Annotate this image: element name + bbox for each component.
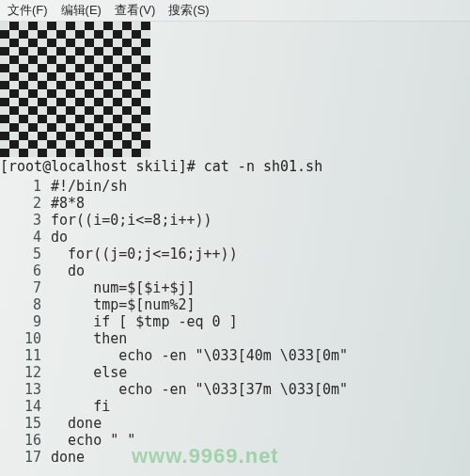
code-line: 14 fi: [0, 398, 470, 415]
line-text: then: [51, 330, 127, 347]
menu-bar: 文件(F) 编辑(E) 查看(V) 搜索(S): [0, 0, 470, 22]
code-line: 11 echo -en "\033[40m \033[0m": [0, 347, 470, 364]
code-line: 16 echo " ": [0, 432, 470, 449]
menu-view[interactable]: 查看(V): [115, 2, 155, 19]
code-line: 4do: [0, 229, 470, 246]
line-number: 14: [0, 398, 51, 415]
code-line: 3for((i=0;i<=8;i++)): [0, 212, 470, 229]
line-text: #8*8: [51, 195, 85, 212]
shell-prompt-2: [root@localhost skili]# ./sh01.sh: [0, 466, 470, 476]
line-text: #!/bin/sh: [51, 178, 127, 195]
line-number: 12: [0, 364, 51, 381]
line-number: 10: [0, 330, 51, 347]
line-text: if [ $tmp -eq 0 ]: [51, 313, 238, 330]
line-text: done: [51, 415, 102, 432]
code-line: 5 for((j=0;j<=16;j++)): [0, 246, 470, 262]
menu-edit[interactable]: 编辑(E): [61, 2, 102, 19]
line-text: fi: [51, 398, 110, 415]
line-text: echo " ": [51, 432, 135, 449]
line-text: do: [51, 262, 85, 279]
line-text: for((j=0;j<=16;j++)): [51, 246, 238, 262]
code-line: 9 if [ $tmp -eq 0 ]: [0, 313, 470, 330]
shell-prompt-1: [root@localhost skili]# cat -n sh01.sh: [0, 157, 470, 178]
line-number: 7: [0, 279, 51, 296]
code-line: 15 done: [0, 415, 470, 432]
terminal[interactable]: [root@localhost skili]# cat -n sh01.sh 1…: [0, 22, 470, 476]
line-text: tmp=$[num%2]: [51, 296, 196, 313]
code-line: 2#8*8: [0, 195, 470, 212]
line-text: for((i=0;i<=8;i++)): [51, 212, 212, 229]
code-line: 10 then: [0, 330, 470, 347]
menu-file[interactable]: 文件(F): [8, 2, 48, 19]
line-text: num=$[$i+$j]: [51, 279, 196, 296]
line-number: 15: [0, 415, 51, 432]
script-output-checkerboard: [0, 22, 150, 157]
code-line: 13 echo -en "\033[37m \033[0m": [0, 381, 470, 398]
cat-output: 1#!/bin/sh2#8*83for((i=0;i<=8;i++))4do5 …: [0, 178, 470, 466]
code-line: 8 tmp=$[num%2]: [0, 296, 470, 313]
line-number: 11: [0, 347, 51, 364]
code-line: 12 else: [0, 364, 470, 381]
line-number: 3: [0, 212, 51, 229]
line-text: done: [51, 449, 85, 466]
line-number: 16: [0, 432, 51, 449]
line-number: 6: [0, 262, 51, 279]
line-number: 8: [0, 296, 51, 313]
code-line: 7 num=$[$i+$j]: [0, 279, 470, 296]
line-number: 13: [0, 381, 51, 398]
code-line: 17done: [0, 449, 470, 466]
line-number: 17: [0, 449, 51, 466]
code-line: 6 do: [0, 262, 470, 279]
line-text: echo -en "\033[40m \033[0m": [51, 347, 348, 364]
line-number: 2: [0, 195, 51, 212]
line-text: echo -en "\033[37m \033[0m": [51, 381, 348, 398]
line-number: 4: [0, 229, 51, 246]
line-text: do: [51, 229, 68, 246]
line-number: 1: [0, 178, 51, 195]
line-number: 5: [0, 246, 51, 262]
line-number: 9: [0, 313, 51, 330]
code-line: 1#!/bin/sh: [0, 178, 470, 195]
line-text: else: [51, 364, 127, 381]
menu-search[interactable]: 搜索(S): [168, 2, 209, 19]
